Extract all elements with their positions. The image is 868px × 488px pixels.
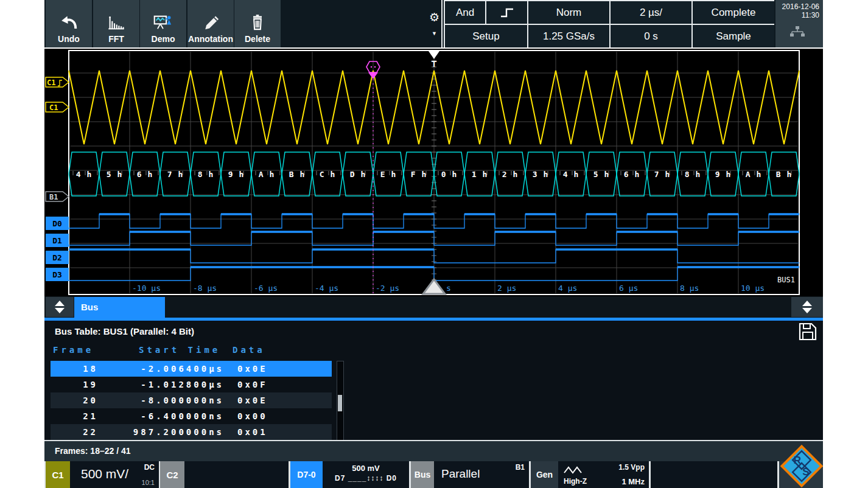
arrow-up-icon — [55, 301, 65, 306]
table-row[interactable]: 21-6.400000ns0x00 — [51, 408, 332, 424]
svg-text:C1: C1 — [47, 78, 55, 87]
bus-table-title: Bus Table: BUS1 (Parallel: 4 Bit) — [55, 326, 194, 336]
svg-text:F h: F h — [411, 170, 427, 179]
svg-text:2 h: 2 h — [502, 170, 518, 179]
table-scrollbar[interactable] — [337, 361, 344, 441]
svg-text:8 µs: 8 µs — [680, 284, 699, 293]
svg-text:-10 µs: -10 µs — [132, 284, 161, 293]
tab-scroll-left-button[interactable] — [46, 297, 74, 317]
svg-text:8 h: 8 h — [685, 170, 701, 179]
empty-slot[interactable] — [651, 461, 777, 488]
channel-label-c1[interactable]: C1 — [46, 102, 69, 112]
arrow-down-icon — [55, 308, 65, 313]
channel-c1-badge[interactable]: C1 — [46, 461, 70, 488]
svg-text:D h: D h — [350, 170, 366, 179]
svg-text:D2: D2 — [52, 253, 62, 262]
channel-c2-info[interactable] — [184, 461, 289, 488]
oscilloscope-screenshot: Undo FFT Demo Annotation Delete — [0, 0, 868, 488]
channel-c2-badge[interactable]: C2 — [160, 461, 184, 488]
svg-text:A h: A h — [259, 170, 275, 179]
svg-text:D0: D0 — [52, 219, 62, 228]
gen-amplitude: 1.5 Vpp — [618, 463, 645, 472]
svg-text:-2 µs: -2 µs — [376, 284, 399, 293]
svg-text:4 h: 4 h — [563, 170, 579, 179]
bus-type: Parallel — [441, 467, 480, 481]
svg-text:s: s — [446, 284, 451, 293]
bus-info[interactable]: Parallel B1 — [434, 461, 529, 488]
svg-text:6 µs: 6 µs — [619, 284, 638, 293]
svg-text:-8 µs: -8 µs — [193, 284, 217, 293]
d70-bit-activity: D7 ____↕↕↕↕ D0 — [323, 474, 409, 483]
table-row[interactable]: 18-2.006400µs0x0E — [51, 361, 332, 377]
svg-text:A h: A h — [746, 170, 761, 179]
gen-frequency: 1 MHz — [621, 477, 645, 486]
triangle-wave-icon — [564, 465, 583, 476]
svg-text:S: S — [802, 466, 809, 478]
svg-text:10 µs: 10 µs — [741, 284, 765, 293]
svg-text:B h: B h — [776, 170, 792, 179]
bus-table-header: Frame Start Time Data — [44, 345, 337, 358]
table-row[interactable]: 20-8.000000ns0x0E — [51, 392, 332, 408]
svg-text:4 µs: 4 µs — [558, 284, 577, 293]
table-row[interactable]: 19-1.012800µs0x0F — [51, 377, 332, 392]
channel-label-d3[interactable]: D3 — [46, 268, 69, 281]
svg-text:6 h: 6 h — [137, 170, 153, 179]
result-tab-bar: Bus — [44, 296, 823, 318]
frames-range-text: Frames: 18–22 / 41 — [55, 446, 131, 456]
channel-label-d1[interactable]: D1 — [46, 234, 69, 247]
svg-text:9 h: 9 h — [715, 170, 731, 179]
svg-text:C h: C h — [320, 170, 335, 179]
tab-scroll-right-button[interactable] — [791, 297, 823, 317]
svg-text:8 h: 8 h — [198, 170, 214, 179]
svg-text:7 h: 7 h — [167, 170, 183, 179]
svg-text:7 h: 7 h — [654, 170, 670, 179]
svg-text:C1: C1 — [49, 103, 58, 112]
svg-text:-6 µs: -6 µs — [254, 284, 278, 293]
gen-load: High-Z — [564, 477, 587, 486]
logic-d70-badge[interactable]: D7-0 — [290, 461, 323, 488]
svg-text:E h: E h — [380, 170, 396, 179]
svg-text:B h: B h — [289, 170, 305, 179]
bus-table-panel: Bus Table: BUS1 (Parallel: 4 Bit) Frame … — [44, 321, 823, 440]
channel-label-d0[interactable]: D0 — [46, 217, 69, 230]
floppy-disk-icon — [798, 322, 817, 341]
svg-text:2 µs: 2 µs — [497, 284, 516, 293]
channel-label-c1-trigger[interactable]: C1 — [46, 77, 69, 87]
svg-text:R: R — [794, 455, 801, 466]
svg-text:6 h: 6 h — [624, 170, 640, 179]
c1-probe: 10:1 — [142, 479, 155, 486]
save-button[interactable] — [798, 322, 817, 343]
channel-label-d2[interactable]: D2 — [46, 251, 69, 264]
svg-text:5 h: 5 h — [593, 170, 609, 179]
c1-coupling: DC — [144, 463, 155, 472]
svg-text:4 h: 4 h — [76, 170, 92, 179]
table-row[interactable]: 22987.200000ns0x01 — [51, 424, 332, 440]
bus-name-label: BUS1 — [777, 276, 795, 284]
logic-d70-info[interactable]: 500 mV D7 ____↕↕↕↕ D0 — [323, 461, 409, 488]
bus-tag: B1 — [516, 463, 525, 472]
col-frame: Frame — [53, 345, 94, 355]
arrow-up-icon — [802, 301, 812, 306]
c1-scale: 500 mV/ — [81, 467, 128, 481]
bus-badge[interactable]: Bus — [411, 461, 434, 488]
svg-text:D1: D1 — [52, 236, 62, 245]
generator-info[interactable]: High-Z 1.5 Vpp 1 MHz — [558, 461, 649, 488]
channel-label-b1[interactable]: B1 — [46, 192, 69, 201]
svg-text:-4 µs: -4 µs — [315, 284, 338, 293]
col-data: Data — [233, 345, 265, 355]
svg-text:3 h: 3 h — [533, 170, 548, 179]
channel-bar: C1 500 mV/ DC 10:1 C2 D7-0 500 mV D7 ___… — [44, 461, 823, 488]
channel-c1-info[interactable]: 500 mV/ DC 10:1 — [70, 461, 159, 488]
arrow-down-icon — [802, 308, 812, 313]
scope-screen: Undo FFT Demo Annotation Delete — [44, 0, 823, 488]
svg-text:B1: B1 — [49, 193, 58, 201]
svg-text:0 h: 0 h — [441, 170, 457, 179]
scrollbar-thumb[interactable] — [338, 395, 342, 411]
svg-text:1 h: 1 h — [472, 170, 488, 179]
tab-bus[interactable]: Bus — [74, 297, 165, 318]
svg-text:D3: D3 — [52, 270, 62, 279]
col-start-time: Start Time — [139, 345, 220, 355]
generator-badge[interactable]: Gen — [531, 461, 558, 488]
d70-scale: 500 mV — [323, 464, 409, 473]
svg-text:T: T — [432, 59, 437, 69]
